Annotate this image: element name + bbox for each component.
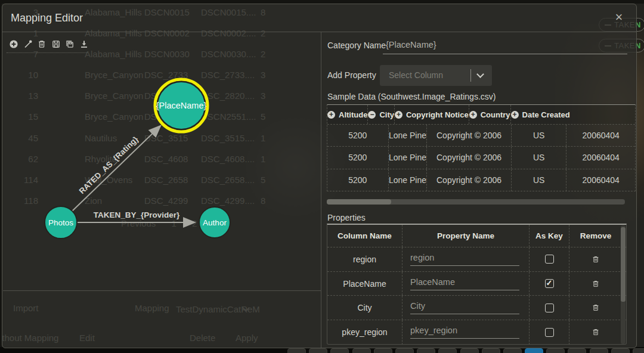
remove-property-button[interactable] (592, 303, 600, 312)
property-column-name: PlaceName (327, 272, 402, 296)
thumbnail-button[interactable] (374, 348, 392, 353)
thumbnail-button[interactable] (590, 348, 608, 353)
vertical-scrollbar-thumb[interactable] (621, 227, 626, 302)
as-key-checkbox[interactable] (545, 279, 554, 288)
cell-altitude: 5200 (327, 147, 389, 168)
column-label: City (379, 110, 394, 119)
sample-data-row: 5200 Lone Pine Copyright © 2006 US 20060… (327, 169, 635, 191)
sample-data-title: Sample Data (Southwest.Image_Ratings.csv… (327, 92, 496, 101)
toggle-column-icon[interactable] (395, 111, 402, 119)
thumbnail-button[interactable] (417, 348, 435, 353)
sample-data-row: 5200 Lone Pine Copyright © 2006 US 20060… (327, 125, 635, 147)
header-remove: Remove (569, 225, 622, 247)
close-icon[interactable]: × (611, 10, 627, 25)
as-key-checkbox[interactable] (545, 304, 554, 312)
thumbnail-button[interactable] (330, 348, 349, 353)
cell-country: US (512, 125, 567, 146)
header-as-key: As Key (530, 225, 569, 247)
add-property-label: Add Property (327, 70, 376, 80)
thumbnail-button[interactable] (309, 348, 327, 353)
property-column-name: pkey_region (327, 320, 402, 345)
column-label: Country (481, 110, 510, 119)
property-name-input[interactable]: City (410, 301, 519, 314)
property-row: PlaceName PlaceName (327, 272, 626, 296)
sample-column-header[interactable]: Altitude (327, 105, 368, 124)
cell-country: US (512, 147, 567, 168)
horizontal-scrollbar-thumb[interactable] (327, 199, 391, 205)
header-column-name: Column Name (327, 225, 402, 247)
property-row: region region (327, 247, 626, 272)
mapping-editor-dialog: Mapping Editor × (2, 4, 637, 348)
category-name-label: Category Name (327, 41, 386, 50)
chevron-down-icon (476, 70, 484, 78)
sample-data-table: Altitude City Copyright Notice Country D… (327, 104, 636, 191)
thumbnail-button[interactable] (633, 348, 644, 353)
cell-city: Lone Pine (389, 147, 428, 168)
sample-data-row: 5200 Lone Pine Copyright © 2006 US 20060… (327, 147, 635, 169)
category-detail-panel: Category Name {PlaceName} Add Property S… (321, 32, 637, 349)
cell-altitude: 5200 (327, 125, 389, 146)
edge-label-taken-by[interactable]: TAKEN_BY_{Provider} (94, 210, 180, 219)
toggle-column-icon[interactable] (511, 111, 519, 119)
thumbnail-button[interactable] (503, 348, 522, 353)
thumbnail-button[interactable] (568, 348, 586, 353)
edge-label-rated-as[interactable]: RATED_AS_{Rating} (78, 134, 141, 196)
sample-column-header[interactable]: Country (469, 105, 511, 124)
cell-city: Lone Pine (389, 169, 428, 191)
property-name-input[interactable]: region (410, 253, 519, 266)
sample-column-header[interactable]: City (368, 105, 395, 124)
trash-icon (592, 279, 600, 289)
property-row: pkey_region pkey_region (327, 320, 626, 345)
header-property-name: Property Name (402, 225, 530, 247)
toggle-column-icon[interactable] (327, 111, 335, 119)
remove-property-button[interactable] (592, 279, 600, 289)
thumbnail-button[interactable] (546, 348, 565, 353)
category-name-value: {PlaceName} (386, 40, 436, 49)
thumbnail-button[interactable] (460, 348, 479, 353)
as-key-checkbox[interactable] (545, 328, 554, 337)
thumbnail-button[interactable] (395, 348, 414, 353)
thumbnail-button[interactable] (611, 348, 630, 353)
thumbnail-button[interactable] (482, 348, 500, 353)
property-name-input[interactable]: PlaceName (410, 277, 519, 290)
cell-copyright: Copyright © 2006 (427, 147, 511, 168)
remove-property-button[interactable] (592, 255, 600, 264)
remove-property-button[interactable] (592, 327, 600, 337)
as-key-checkbox[interactable] (545, 255, 554, 264)
property-name-input[interactable]: pkey_region (410, 326, 519, 339)
dialog-header: Mapping Editor × (2, 4, 636, 32)
cell-date: 20060404 (566, 125, 635, 146)
horizontal-scrollbar[interactable] (327, 199, 625, 205)
property-column-name: region (327, 247, 402, 271)
column-label: Altitude (339, 110, 367, 119)
property-row: City City (327, 296, 626, 320)
column-label: Copyright Notice (406, 110, 469, 119)
category-name-input[interactable] (383, 54, 627, 54)
properties-body: region region (327, 247, 626, 345)
cell-altitude: 5200 (327, 169, 389, 191)
thumbnail-button[interactable] (438, 348, 457, 353)
thumbnail-button[interactable] (352, 348, 371, 353)
node-author-label: Author (203, 218, 227, 227)
cell-date: 20060404 (566, 147, 635, 168)
sample-column-header[interactable]: Date Created (511, 105, 570, 124)
column-label: Date Created (522, 110, 570, 119)
property-column-name: City (327, 296, 402, 320)
thumbnail-button[interactable] (525, 348, 543, 353)
select-column-dropdown[interactable]: Select Column (380, 65, 492, 86)
toggle-column-icon[interactable] (368, 111, 376, 119)
trash-icon (592, 255, 600, 264)
cell-city: Lone Pine (389, 125, 428, 146)
sample-column-header[interactable]: Copyright Notice (395, 105, 469, 124)
toggle-column-icon[interactable] (469, 111, 477, 119)
thumbnail-strip (287, 348, 644, 353)
trash-icon (592, 327, 600, 337)
graph-canvas-panel: RATED_AS_{Rating} TAKEN_BY_{Provider} {P… (3, 32, 321, 291)
thumbnail-button[interactable] (287, 348, 306, 353)
node-placename-label: {PlaceName} (156, 101, 207, 110)
cell-copyright: Copyright © 2006 (427, 125, 511, 146)
dropdown-placeholder: Select Column (389, 70, 443, 80)
vertical-scrollbar[interactable] (621, 225, 626, 344)
sample-data-header: Altitude City Copyright Notice Country D… (327, 105, 635, 125)
edge-rated-as[interactable] (72, 126, 160, 211)
